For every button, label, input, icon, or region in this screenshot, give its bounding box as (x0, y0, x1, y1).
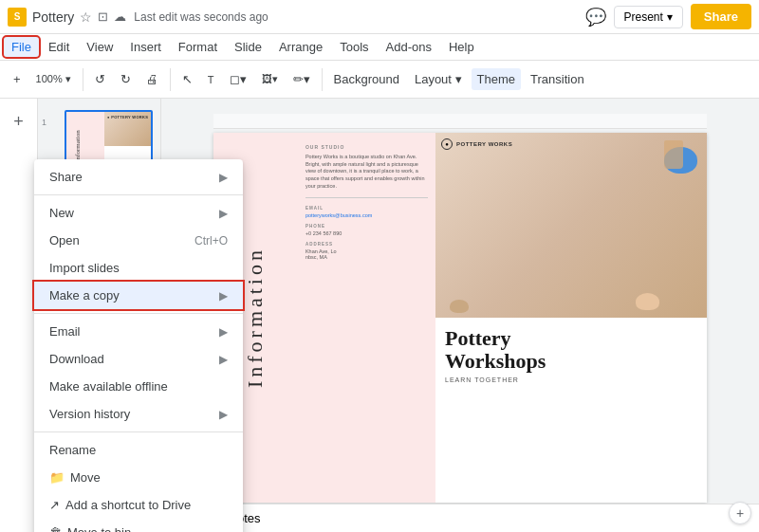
menu-item-format[interactable]: Format (171, 37, 225, 57)
redo-toolbar-btn[interactable]: ↻ (115, 68, 137, 90)
undo-toolbar-btn[interactable]: ↺ (89, 68, 111, 90)
pottery-logo-overlay: ● POTTERY WORKS (441, 138, 512, 150)
main-area: + 1 Information ● POTTERY WORKS PotteryW… (0, 99, 759, 532)
dd-new-label: New (49, 206, 74, 220)
horizontal-ruler (213, 114, 707, 129)
add-toolbar-btn[interactable]: + (8, 68, 27, 90)
menu-item-slide[interactable]: Slide (227, 37, 269, 57)
theme-toolbar-btn[interactable]: Theme (472, 68, 521, 90)
menu-item-edit[interactable]: Edit (41, 37, 77, 57)
present-button[interactable]: Present ▾ (614, 6, 683, 28)
star-icon[interactable]: ☆ (80, 9, 92, 25)
dd-bin[interactable]: 🗑 Move to bin (34, 519, 243, 532)
dd-email[interactable]: Email ▶ (34, 318, 243, 345)
slide-address-line2: nbsc, MA (305, 254, 428, 260)
title-bar: S Pottery ☆ ⊡ ☁ Last edit was seconds ag… (0, 0, 759, 34)
dd-import[interactable]: Import slides (34, 254, 243, 282)
zoom-toolbar-btn[interactable]: 100% ▾ (30, 69, 77, 89)
bottom-bar: d speaker notes + (161, 504, 759, 532)
share-button[interactable]: Share (691, 4, 751, 29)
sidebar: + (0, 99, 38, 532)
dd-download-arrow-icon: ▶ (219, 353, 228, 366)
dd-new-arrow-icon: ▶ (219, 207, 228, 220)
canvas-area: Information OUR STUDIO Pottery Works is … (161, 99, 759, 532)
menu-item-insert[interactable]: Insert (122, 37, 169, 57)
print-toolbar-btn[interactable]: 🖨 (140, 68, 164, 90)
present-label: Present (624, 10, 663, 24)
present-arrow-icon: ▾ (667, 10, 673, 24)
slide-canvas[interactable]: Information OUR STUDIO Pottery Works is … (213, 133, 707, 503)
dd-rename-label: Rename (49, 443, 96, 457)
dd-email-arrow-icon: ▶ (219, 325, 228, 339)
slide-address-label: ADDRESS (305, 242, 428, 247)
menu-item-view[interactable]: View (79, 37, 120, 57)
shape-toolbar-btn[interactable]: ◻▾ (224, 68, 252, 90)
file-dropdown: Share ▶ New ▶ Open Ctrl+O Import slides … (34, 159, 243, 532)
menu-bar: File Edit View Insert Format Slide Arran… (0, 34, 759, 61)
sidebar-add-btn[interactable]: + (4, 106, 34, 137)
transition-toolbar-btn[interactable]: Transition (525, 68, 590, 90)
layout-toolbar-btn[interactable]: Layout ▾ (409, 68, 468, 90)
slide-divider-1 (305, 197, 428, 198)
slide-subtitle: LEARN TOGETHER (445, 376, 697, 383)
pottery-image: ● POTTERY WORKS (435, 133, 707, 318)
menu-item-addons[interactable]: Add-ons (379, 37, 439, 57)
menu-item-file[interactable]: File (4, 37, 39, 57)
slide-image-area: ● POTTERY WORKS (435, 133, 707, 318)
pottery-bowl-beige (636, 293, 659, 310)
dd-offline[interactable]: Make available offline (34, 373, 243, 400)
dd-rename[interactable]: Rename (34, 436, 243, 464)
title-bar-left: S Pottery ☆ ⊡ ☁ (8, 8, 126, 27)
dd-share-label: Share (49, 170, 83, 184)
image-toolbar-btn[interactable]: 🖼▾ (256, 69, 284, 89)
dd-new[interactable]: New ▶ (34, 199, 243, 227)
slide-email-value: potteryworks@business.com (305, 212, 428, 218)
slide-main-title: Pottery Workshops (445, 327, 697, 373)
dd-make-copy[interactable]: Make a copy ▶ (34, 282, 243, 309)
select-toolbar-btn[interactable]: ↖ (176, 68, 198, 90)
slide-left-panel: Information OUR STUDIO Pottery Works is … (213, 133, 435, 503)
dd-make-copy-arrow-icon: ▶ (219, 289, 228, 303)
dd-version[interactable]: Version history ▶ (34, 400, 243, 428)
slide-number-1: 1 (42, 118, 46, 127)
slide-title-line2: Workshops (445, 349, 546, 373)
menu-item-tools[interactable]: Tools (332, 37, 376, 57)
dd-version-label: Version history (49, 407, 130, 421)
folder-icon[interactable]: ⊡ (98, 9, 108, 24)
dd-sep-2 (34, 313, 243, 314)
app-icon: S (8, 8, 27, 27)
add-slide-button[interactable]: + (729, 502, 751, 524)
pen-toolbar-btn[interactable]: ✏▾ (287, 68, 316, 90)
dd-bin-icon: 🗑 (49, 525, 62, 532)
dd-offline-label: Make available offline (49, 379, 168, 394)
slide-email-label: EMAIL (305, 206, 428, 211)
menu-item-arrange[interactable]: Arrange (271, 37, 330, 57)
dd-sep-1 (34, 194, 243, 195)
dd-shortcut-label: Add a shortcut to Drive (65, 498, 191, 512)
background-toolbar-btn[interactable]: Background (328, 68, 405, 90)
toolbar-separator-2 (170, 68, 171, 91)
dd-bin-label: Move to bin (67, 525, 131, 532)
menu-item-help[interactable]: Help (441, 37, 482, 57)
dd-shortcut-icon: ↗ (49, 498, 60, 512)
title-bar-right: 💬 Present ▾ Share (585, 4, 752, 29)
dd-import-label: Import slides (49, 261, 120, 275)
dd-shortcut[interactable]: ↗ Add a shortcut to Drive (34, 491, 243, 519)
toolbar-separator-3 (322, 68, 323, 91)
slide-title-line1: Pottery (445, 326, 511, 350)
dd-download-label: Download (49, 352, 104, 366)
dd-open[interactable]: Open Ctrl+O (34, 227, 243, 254)
dd-version-arrow-icon: ▶ (219, 408, 228, 421)
dd-download[interactable]: Download ▶ (34, 345, 243, 373)
slide-phone-value: +0 234 567 890 (305, 230, 428, 236)
dd-email-label: Email (49, 324, 81, 339)
comment-button[interactable]: 💬 (585, 7, 606, 28)
dd-move-label: Move (70, 470, 101, 485)
textbox-toolbar-btn[interactable]: T (202, 70, 220, 89)
cloud-icon[interactable]: ☁ (114, 9, 126, 24)
dd-open-label: Open (49, 233, 80, 248)
dd-move[interactable]: 📁 Move (34, 464, 243, 491)
pottery-bowl-tan (450, 300, 469, 313)
slide-info-vertical-text: Information (243, 247, 268, 388)
dd-share[interactable]: Share ▶ (34, 163, 243, 191)
